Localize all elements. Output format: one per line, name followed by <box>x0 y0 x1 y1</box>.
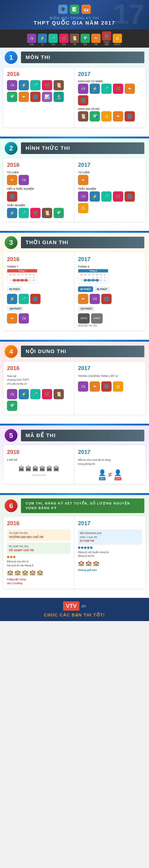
s4-2017-icon2: ✒ <box>90 381 100 392</box>
school-icon-1: 🏫 <box>7 569 13 576</box>
section-3-title-bg: THỜI GIAN THI <box>21 237 144 248</box>
section-4-number: 4 <box>5 345 18 358</box>
dot2 <box>10 556 13 558</box>
section-4-header: 4 NỘI DUNG THI <box>0 342 149 362</box>
s4-icon6: 🌍 <box>7 401 17 411</box>
section-5-ma-2016: 6 MÃ ĐỀ <box>7 458 71 462</box>
section-3: 3 THỜI GIAN THI 2016 THÁNG 7 Tháng 7 CN … <box>0 233 149 340</box>
time-60-icons: ✒ √x 🌐 <box>78 294 142 304</box>
section-4-2016-icons: √x ⚡ 🧪 🌿 📜 🌍 <box>7 389 71 411</box>
icon-nn2-2017: 🌐 <box>125 111 135 122</box>
school-2017-icon-1: 🏫 <box>78 560 84 566</box>
school-2017-icon-3: 🏫 <box>93 560 99 566</box>
subject-ly: ⚡ Lý <box>38 34 47 46</box>
time-60: 60 PHÚT <box>78 286 93 292</box>
t120-khxh: KHXH <box>91 313 103 323</box>
section-4-year-2016: 2016 <box>7 365 71 371</box>
section-2-number: 2 <box>5 142 18 155</box>
section-5-number: 5 <box>5 429 18 442</box>
time-2016-wrapper: 90 PHÚT ⚡ 🧪 🌐 180 PHÚT ✒ √x <box>7 285 71 323</box>
section-6-year-2017: 2017 <box>78 520 142 527</box>
section-4-content-2017: TRONG CHƯƠNG TRÌNH LỚP 12 <box>78 374 142 378</box>
section-4-title-bg: NỘI DUNG THI <box>21 346 144 357</box>
section-5-ma-2017: Mỗi thí sinh 1mã đề thi riêngtrong phòng… <box>78 458 142 466</box>
section-1-number: 1 <box>5 51 18 64</box>
subject-icon-dia: 🌍 <box>80 34 90 43</box>
cal-header-2016: Tháng 7 <box>7 269 37 273</box>
icon-van-2016: ✒ <box>19 92 29 102</box>
section-3-content: 2016 THÁNG 7 Tháng 7 CN T2 T3 T4 T5 T6 T… <box>3 252 146 331</box>
section-1-khxh-icons: 📜 🌍 ⚖ ✒ 🌐 <box>78 111 142 122</box>
section-5-title-bg: MÃ ĐỀ THI <box>21 430 144 441</box>
section-2-col-2016: 2016 TỰ LUẬN ✒ √x VIẾT & TRẮC NGHIỆM 🌐 T… <box>3 158 74 222</box>
cal-cn: CN <box>8 273 13 276</box>
section-6-year-2016: 2016 <box>7 520 71 527</box>
section-4-content-2016: Toàn bộchương trình THPT,chủ yếu là lớp … <box>7 374 71 386</box>
subject-label-sinh: Sinh <box>62 43 66 46</box>
section-6-title-bg: CỤM THI, ĐĂNG KÝ XÉT TUYỂN, SỐ LƯỢNG NGU… <box>21 498 144 513</box>
calendar-2016: Tháng 7 CN T2 T3 T4 T5 T6 T7 1 <box>7 269 37 283</box>
person-icon-left: 👤 <box>98 469 106 476</box>
icon-tn-hoa: 🧪 <box>19 208 29 218</box>
subject-icon-van: ✒ <box>91 34 101 43</box>
nv-2016: 4 Nguyện Vọngvào 2 trường <box>7 578 71 585</box>
icon-2017-hoa: 🧪 <box>101 191 111 202</box>
section-4-content: 2016 Toàn bộchương trình THPT,chủ yếu là… <box>3 362 146 414</box>
section-1-year-2016: 2016 <box>7 71 71 78</box>
month-2016: THÁNG 7 <box>7 265 71 268</box>
section-5-buildings-2016: 🏛 🏛 🏛 🏛 🏛 🏛 = = = = = = <box>7 465 71 477</box>
icon-2017-gdcd: ⚖ <box>78 203 88 213</box>
t60-icon2: √x <box>90 294 100 304</box>
section-1-khtn-icons: √x ⚡ 🧪 🌿 ✒ 🌐 <box>78 84 142 105</box>
section-1-icons-2016: √x ⚡ 🧪 🌿 📜 🌍 ✒ 🌐 📊 🔬 <box>7 80 71 102</box>
s4-icon2: ⚡ <box>19 389 29 399</box>
section-2-2017-tn-icons: √x ⚡ 🧪 🌿 🌐 ⚖ <box>78 191 142 213</box>
cal-days-2017: CN T2 T3 T4 T5 T6 T7 1 2 3 4 <box>80 273 107 281</box>
icon-tn-sinh: 🌿 <box>30 208 41 218</box>
building-icon-2: 🏛 <box>25 465 31 473</box>
s4-icon4: 🌿 <box>42 389 52 399</box>
cum-2016-box2: 50 CỤM THI, DOSỞ GD&ĐT CHỦ TRÌ <box>7 542 71 554</box>
person-code-left: Mã A <box>99 477 106 480</box>
dots-2016 <box>7 556 71 558</box>
time-khtn-note: (MỖI BÀI THI: 50') <box>78 324 142 327</box>
icon-2017-sinh: 🌿 <box>113 191 123 202</box>
section-4-2017-icons: √x ✒ 🌐 ⚖ <box>78 381 142 392</box>
t90-icon3: 🌐 <box>30 294 41 304</box>
cum-2017-box1: Mỗi tỉnh/thành phốchọn 1 cụm thi:63 CỤM … <box>78 529 142 545</box>
section-4-col-2017: 2017 TRONG CHƯƠNG TRÌNH LỚP 12 √x ✒ 🌐 ⚖ <box>74 362 146 414</box>
icon-extra2-2016: 🔬 <box>53 92 64 102</box>
cum-2017-text2: Đăng ký xét tuyển cùng lúcđăng ký dự thi <box>78 550 142 558</box>
calendar-2017: Tháng 6 CN T2 T3 T4 T5 T6 T7 1 2 <box>78 269 108 283</box>
header-bg-number: 17 <box>114 0 144 28</box>
dots-2017 <box>78 547 142 549</box>
icon-2017-ly: ⚡ <box>90 191 100 202</box>
subject-bar: √x Toán ⚡ Lý 🧪 Hóa 🌿 Sinh 📜 Sử 🌍 Địa ✒ V… <box>0 30 149 48</box>
section-2-viet-icons: 🌐 <box>7 191 71 202</box>
time-60-90-row: 60 PHÚT 90 PHÚT <box>78 285 142 293</box>
t120-khtn: KHTN <box>78 313 90 323</box>
section-6: 6 CỤM THI, ĐĂNG KÝ XÉT TUYỂN, SỐ LƯỢNG N… <box>0 495 149 598</box>
section-1-col-2016: 2016 √x ⚡ 🧪 🌿 📜 🌍 ✒ 🌐 📊 🔬 <box>3 67 74 127</box>
cum-2016-text3: Đăng ký sau khi cókết quả thi vào tháng … <box>7 560 71 567</box>
icon-tn-nn: 🌐 <box>7 191 17 202</box>
section-2-title-bg: HÌNH THỨC THI <box>21 143 144 154</box>
section-5-people-2017: 👤 Mã A ≠ 👤 Mã B <box>78 469 142 480</box>
subject-toan: √x Toán <box>27 34 36 46</box>
time-2017-wrapper: 60 PHÚT 90 PHÚT ✒ √x 🌐 120 PHÚT KHTN KHX… <box>78 285 142 327</box>
section-6-col-2017: 2017 Mỗi tỉnh/thành phốchọn 1 cụm thi:63… <box>74 517 146 589</box>
divider-4 <box>0 424 149 426</box>
section-4-col-2016: 2016 Toàn bộchương trình THPT,chủ yếu là… <box>3 362 74 414</box>
form-2016-tl-label: TỰ LUẬN <box>7 171 71 174</box>
cal-header-2017: Tháng 6 <box>78 269 108 273</box>
section-3-year-2016: 2016 <box>7 256 71 262</box>
school-icon-4: 🏫 <box>29 569 35 576</box>
icon-extra1-2016: 📊 <box>42 92 52 102</box>
school-icon-5: 🏫 <box>37 569 43 576</box>
section-2-content: 2016 TỰ LUẬN ✒ √x VIẾT & TRẮC NGHIỆM 🌐 T… <box>3 158 146 222</box>
subject-dia: 🌍 Địa <box>80 34 90 46</box>
subject-label-van: Văn <box>94 43 98 46</box>
section-2-year-compare: 2016 TỰ LUẬN ✒ √x VIẾT & TRẮC NGHIỆM 🌐 T… <box>3 158 146 222</box>
nv-2017: Không giới hạn <box>78 568 142 572</box>
icon-tl-toan: √x <box>19 175 29 185</box>
